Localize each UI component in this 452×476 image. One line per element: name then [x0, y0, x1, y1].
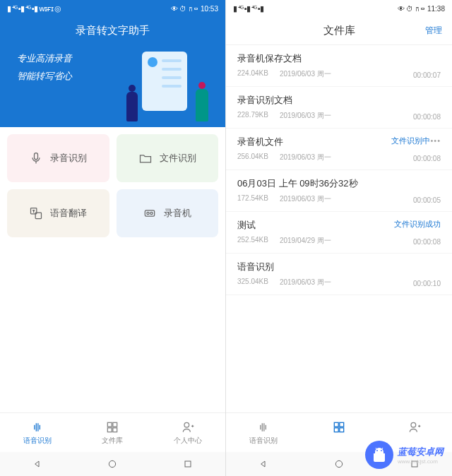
watermark-url: www.lmkjst.com — [398, 458, 444, 465]
card-voice-translate[interactable]: 语音翻译 — [7, 189, 109, 237]
card-recorder[interactable]: 录音机 — [117, 189, 219, 237]
svg-point-4 — [147, 212, 149, 214]
file-duration: 00:00:08 — [413, 238, 441, 246]
file-duration: 00:00:07 — [413, 71, 441, 79]
card-label: 语音翻译 — [50, 207, 87, 220]
hero-banner: 录音转文字助手 专业高清录音 智能转写省心 — [0, 17, 225, 127]
svg-point-21 — [381, 450, 382, 451]
file-status: 文件识别中••• — [391, 136, 441, 146]
tab-label: 语音识别 — [249, 436, 278, 446]
file-size: 252.54KB — [237, 236, 268, 246]
card-label: 文件识别 — [160, 152, 196, 165]
file-date: 2019/06/03 周一 — [280, 153, 331, 162]
back-icon[interactable] — [258, 458, 269, 470]
file-name: 录音机保存文档 — [237, 52, 441, 65]
card-file-recognize[interactable]: 文件识别 — [117, 134, 219, 182]
file-item[interactable]: 语音识别 325.04KB 2019/06/03 周一 00:00:10 — [226, 254, 452, 295]
app-title: 录音转文字助手 — [0, 17, 225, 37]
file-item[interactable]: 录音机保存文档 224.04KB 2019/06/03 周一 00:00:07 — [226, 45, 452, 87]
svg-point-5 — [150, 212, 153, 214]
svg-rect-7 — [113, 422, 117, 427]
svg-rect-9 — [113, 427, 117, 432]
manage-button[interactable]: 管理 — [425, 25, 442, 37]
svg-rect-16 — [340, 427, 344, 432]
file-item[interactable]: 录音机文件 文件识别中••• 256.04KB 2019/06/03 周一 00… — [226, 129, 452, 170]
android-nav-bar — [0, 452, 225, 476]
grid-icon — [331, 420, 347, 434]
tab-label: 文件库 — [102, 436, 123, 446]
signal-icon: ▮ ⁴ᴳ ▪▮ ⁴ᴳ ▪▮ ᴡɪғɪ ◎ — [7, 4, 61, 13]
file-list: 录音机保存文档 224.04KB 2019/06/03 周一 00:00:07 … — [226, 45, 452, 412]
tab-label: 个人中心 — [174, 436, 202, 446]
tab-profile[interactable]: 个人中心 — [150, 413, 225, 452]
file-item[interactable]: 录音识别文档 228.79KB 2019/06/03 周一 00:00:08 — [226, 87, 452, 129]
hero-illustration — [125, 54, 210, 121]
file-date: 2019/06/03 周一 — [280, 194, 331, 204]
phone-screen-left: ▮ ⁴ᴳ ▪▮ ⁴ᴳ ▪▮ ᴡɪғɪ ◎ 👁 ⏱ ⩃ ▭ 10:53 录音转文字… — [0, 0, 226, 476]
file-duration: 00:00:08 — [413, 113, 441, 121]
svg-rect-14 — [340, 422, 344, 427]
status-icons: 👁 ⏱ ⩃ ▭ — [398, 5, 424, 13]
svg-point-18 — [335, 460, 342, 467]
file-name: 语音识别 — [237, 261, 441, 273]
recorder-icon — [143, 206, 157, 220]
waveform-icon — [256, 420, 271, 434]
svg-rect-13 — [334, 422, 338, 427]
card-label: 录音机 — [164, 207, 191, 220]
file-name: 录音识别文档 — [237, 94, 441, 107]
card-label: 录音识别 — [50, 152, 87, 165]
folder-icon — [138, 151, 153, 165]
file-item[interactable]: 测试 文件识别成功 252.54KB 2019/04/29 周一 00:00:0… — [226, 212, 452, 254]
status-time: 11:38 — [427, 5, 445, 13]
status-bar: ▮ ⁴ᴳ ▪▮ ⁴ᴳ ▪▮ ᴡɪғɪ ◎ 👁 ⏱ ⩃ ▭ 10:53 — [0, 0, 225, 17]
recent-icon[interactable] — [182, 458, 194, 470]
file-name: 06月03日 上午 09时36分32秒 — [237, 177, 441, 190]
tab-voice-recognize[interactable]: 语音识别 — [226, 413, 302, 452]
action-grid: 录音识别 文件识别 语音翻译 录音机 — [0, 127, 225, 244]
phone-screen-right: ▮ ⁴ᴳ ▪▮ ⁴ᴳ ▪▮ 👁 ⏱ ⩃ ▭ 11:38 文件库 管理 录音机保存… — [226, 0, 452, 476]
file-status: 文件识别成功 — [394, 219, 441, 230]
svg-point-17 — [411, 422, 416, 427]
translate-icon — [29, 206, 43, 220]
watermark: 蓝莓安卓网 www.lmkjst.com — [365, 441, 444, 469]
file-duration: 00:00:08 — [413, 155, 441, 162]
file-size: 224.04KB — [237, 69, 268, 79]
svg-point-11 — [109, 460, 116, 467]
file-size: 256.04KB — [237, 153, 268, 162]
file-size: 325.04KB — [237, 278, 268, 287]
file-size: 228.79KB — [237, 111, 268, 121]
header: 文件库 管理 — [226, 17, 452, 45]
user-icon — [407, 420, 422, 434]
file-item[interactable]: 06月03日 上午 09时36分32秒 172.54KB 2019/06/03 … — [226, 170, 452, 212]
status-icons: 👁 ⏱ ⩃ ▭ — [171, 5, 198, 13]
file-duration: 00:00:10 — [413, 280, 441, 287]
file-date: 2019/06/03 周一 — [280, 111, 331, 121]
tab-file-library[interactable]: 文件库 — [75, 413, 150, 452]
file-duration: 00:00:05 — [413, 196, 441, 204]
tab-label: 语音识别 — [23, 436, 52, 446]
back-icon[interactable] — [32, 458, 43, 470]
svg-rect-0 — [35, 153, 38, 160]
watermark-logo-icon — [365, 441, 393, 469]
file-date: 2019/06/03 周一 — [280, 278, 331, 287]
watermark-text: 蓝莓安卓网 — [398, 446, 444, 458]
status-time: 10:53 — [201, 5, 218, 13]
svg-rect-8 — [108, 427, 112, 432]
card-voice-recognize[interactable]: 录音识别 — [7, 134, 109, 182]
waveform-icon — [30, 420, 45, 434]
home-icon[interactable] — [107, 458, 118, 470]
tab-voice-recognize[interactable]: 语音识别 — [0, 413, 75, 452]
svg-rect-15 — [334, 427, 338, 432]
page-title: 文件库 — [323, 24, 355, 37]
status-bar: ▮ ⁴ᴳ ▪▮ ⁴ᴳ ▪▮ 👁 ⏱ ⩃ ▭ 11:38 — [226, 0, 452, 17]
file-date: 2019/04/29 周一 — [280, 236, 331, 246]
svg-point-10 — [184, 422, 189, 427]
mic-icon — [29, 151, 43, 165]
tab-bar: 语音识别 文件库 个人中心 — [0, 412, 225, 452]
file-date: 2019/06/03 周一 — [280, 69, 331, 79]
file-size: 172.54KB — [237, 194, 268, 204]
home-icon[interactable] — [333, 458, 345, 470]
svg-rect-6 — [108, 422, 112, 427]
user-icon — [180, 420, 196, 434]
svg-rect-12 — [185, 461, 191, 467]
